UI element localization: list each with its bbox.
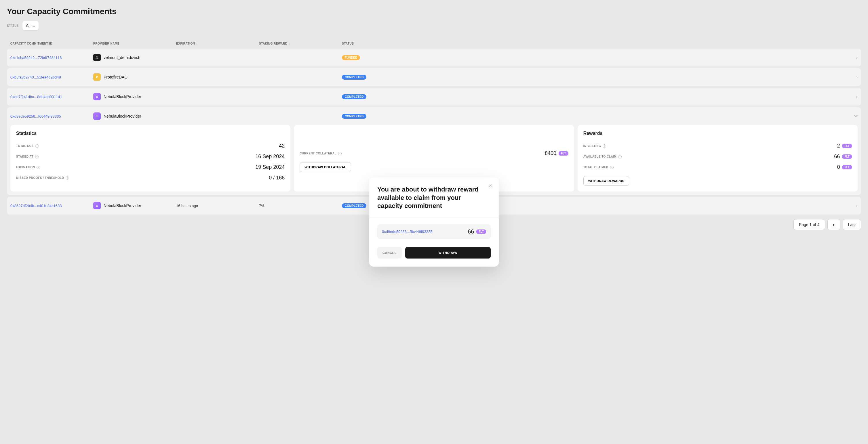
modal-commitment-id[interactable]: 0xd8ede59256...f6c449f93335 [382, 230, 433, 234]
withdraw-modal: × You are about to withdraw reward avail… [369, 177, 499, 237]
divider [369, 217, 499, 217]
modal-amount: 66 FLT [468, 228, 486, 235]
modal-info-row: 0xd8ede59256...f6c449f93335 66 FLT [377, 224, 491, 237]
modal-backdrop: × You are about to withdraw reward avail… [0, 0, 868, 237]
close-icon[interactable]: × [487, 182, 494, 189]
token-badge: FLT [476, 230, 486, 234]
modal-title: You are about to withdraw reward availab… [377, 185, 491, 210]
